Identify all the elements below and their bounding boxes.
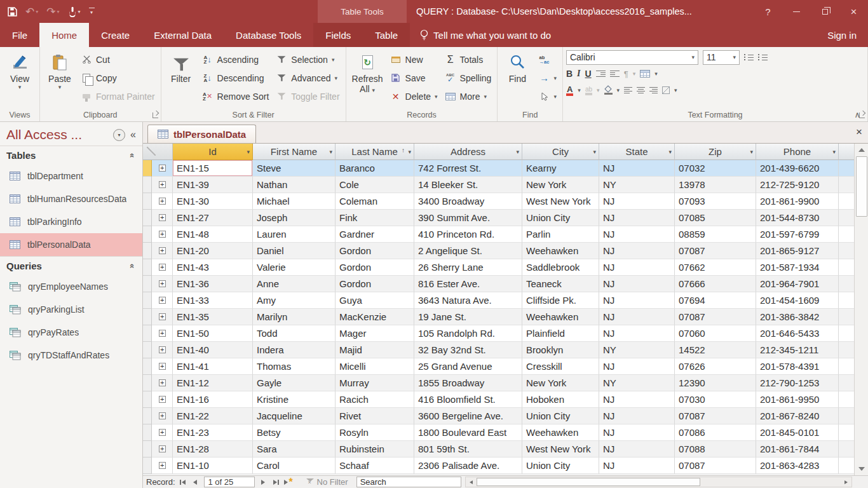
column-header-address[interactable]: Address▾ bbox=[414, 144, 522, 160]
cell-first-name[interactable]: Valerie bbox=[253, 259, 336, 276]
cell-last-name[interactable]: Gordon bbox=[336, 259, 414, 276]
cell-state[interactable]: NJ bbox=[599, 226, 675, 243]
cell-zip[interactable]: 07087 bbox=[675, 309, 756, 325]
cell-zip[interactable]: 07087 bbox=[675, 408, 756, 424]
cell-id[interactable]: EN1-15 bbox=[173, 160, 253, 177]
table-row[interactable]: EN1-27 Joseph Fink 390 Summit Ave. Union… bbox=[143, 210, 868, 226]
cell-state[interactable]: NJ bbox=[599, 210, 675, 226]
scroll-up-button[interactable] bbox=[855, 144, 868, 156]
cell-city[interactable]: Weehawken bbox=[522, 309, 599, 325]
expand-record-button[interactable] bbox=[152, 160, 173, 177]
cell-first-name[interactable]: Michael bbox=[253, 193, 336, 210]
cell-address[interactable]: 14 Bleeker St. bbox=[414, 177, 522, 193]
cell-first-name[interactable]: Sara bbox=[253, 441, 336, 458]
numbering-icon[interactable] bbox=[758, 54, 768, 61]
cell-zip[interactable]: 08859 bbox=[675, 226, 756, 243]
cell-zip[interactable]: 07626 bbox=[675, 358, 756, 375]
align-center-icon[interactable] bbox=[637, 87, 645, 93]
table-row[interactable]: EN1-33 Amy Guya 3643 Natura Ave. Cliffsi… bbox=[143, 292, 868, 309]
column-header-city[interactable]: City▾ bbox=[522, 144, 599, 160]
cell-last-name[interactable]: Micelli bbox=[336, 358, 414, 375]
cell-id[interactable]: EN1-30 bbox=[173, 193, 253, 210]
expand-record-button[interactable] bbox=[152, 325, 173, 342]
cell-id[interactable]: EN1-50 bbox=[173, 325, 253, 342]
cell-phone[interactable]: 201-861-7844 bbox=[756, 441, 839, 458]
italic-button[interactable]: I bbox=[577, 69, 580, 79]
touch-mode-button[interactable]: ▾ bbox=[68, 6, 81, 17]
paragraph-direction-icon[interactable]: ¶ bbox=[624, 69, 628, 79]
column-header-state[interactable]: State▾ bbox=[599, 144, 675, 160]
sidebar-item-table[interactable]: tblParkingInfo bbox=[0, 210, 142, 233]
cut-button[interactable]: Cut bbox=[78, 50, 158, 69]
cell-first-name[interactable]: Betsy bbox=[253, 424, 336, 441]
cell-address[interactable]: 105 Randolph Rd. bbox=[414, 325, 522, 342]
expand-record-button[interactable] bbox=[152, 177, 173, 193]
sidebar-item-query[interactable]: qryPayRates bbox=[0, 321, 142, 344]
cell-last-name[interactable]: Gordon bbox=[336, 276, 414, 292]
cell-city[interactable]: Parlin bbox=[522, 226, 599, 243]
cell-phone[interactable]: 201-861-9900 bbox=[756, 193, 839, 210]
record-selector[interactable] bbox=[143, 375, 152, 391]
help-button[interactable]: ? bbox=[754, 0, 782, 23]
cell-zip[interactable]: 07088 bbox=[675, 441, 756, 458]
cell-address[interactable]: 19 Jane St. bbox=[414, 309, 522, 325]
cell-city[interactable]: Saddlebrook bbox=[522, 259, 599, 276]
expand-record-button[interactable] bbox=[152, 358, 173, 375]
delete-record-button[interactable]: ✕ Delete▾ bbox=[388, 87, 440, 105]
cell-phone[interactable]: 201-454-1609 bbox=[756, 292, 839, 309]
cell-phone[interactable]: 201-861-9950 bbox=[756, 391, 839, 408]
column-header-id[interactable]: Id▾ bbox=[173, 144, 253, 160]
cell-last-name[interactable]: Rivet bbox=[336, 408, 414, 424]
find-button[interactable]: Find bbox=[501, 49, 534, 84]
cell-city[interactable]: New York bbox=[522, 375, 599, 391]
column-header-last-name[interactable]: Last Name↑▾ bbox=[336, 144, 414, 160]
expand-record-button[interactable] bbox=[152, 259, 173, 276]
record-selector[interactable] bbox=[143, 458, 152, 474]
section-header-queries[interactable]: Queries « bbox=[0, 256, 142, 275]
cell-phone[interactable]: 201-867-8240 bbox=[756, 408, 839, 424]
table-row[interactable]: EN1-43 Valerie Gordon 26 Sherry Lane Sad… bbox=[143, 259, 868, 276]
toggle-filter-button[interactable]: Toggle Filter bbox=[273, 87, 342, 105]
cell-first-name[interactable]: Kristine bbox=[253, 391, 336, 408]
expand-record-button[interactable] bbox=[152, 276, 173, 292]
cell-last-name[interactable]: Gardner bbox=[336, 226, 414, 243]
cell-state[interactable]: NJ bbox=[599, 243, 675, 259]
cell-first-name[interactable]: Amy bbox=[253, 292, 336, 309]
cell-zip[interactable]: 07085 bbox=[675, 210, 756, 226]
cell-state[interactable]: NY bbox=[599, 177, 675, 193]
shutter-bar-button[interactable]: « bbox=[130, 129, 137, 140]
table-row[interactable]: EN1-50 Todd Mager 105 Randolph Rd. Plain… bbox=[143, 325, 868, 342]
record-selector[interactable] bbox=[143, 358, 152, 375]
cell-phone[interactable]: 201-587-1934 bbox=[756, 259, 839, 276]
horizontal-scroll-thumb[interactable] bbox=[477, 478, 700, 486]
table-row[interactable]: EN1-48 Lauren Gardner 410 Princeton Rd. … bbox=[143, 226, 868, 243]
totals-button[interactable]: Σ Totals bbox=[442, 50, 494, 69]
cell-state[interactable]: NJ bbox=[599, 325, 675, 342]
cell-city[interactable]: Kearny bbox=[522, 160, 599, 177]
fill-color-button[interactable] bbox=[604, 86, 613, 95]
cell-address[interactable]: 26 Sherry Lane bbox=[414, 259, 522, 276]
filter-status-button[interactable]: No Filter bbox=[296, 477, 355, 487]
cell-city[interactable]: Brooklyn bbox=[522, 342, 599, 358]
sidebar-item-table[interactable]: tblHumanResourcesData bbox=[0, 187, 142, 210]
format-painter-button[interactable]: Format Painter bbox=[78, 87, 158, 105]
table-row[interactable]: EN1-28 Sara Rubinstein 801 59th St. West… bbox=[143, 441, 868, 458]
table-row[interactable]: EN1-41 Thomas Micelli 25 Grand Avenue Cr… bbox=[143, 358, 868, 375]
table-row[interactable]: EN1-36 Anne Gordon 816 Ester Ave. Teanec… bbox=[143, 276, 868, 292]
cell-state[interactable]: NJ bbox=[599, 160, 675, 177]
vertical-scroll-thumb[interactable] bbox=[856, 156, 867, 217]
cell-address[interactable]: 416 Bloomfield St. bbox=[414, 391, 522, 408]
cell-state[interactable]: NY bbox=[599, 342, 675, 358]
expand-record-button[interactable] bbox=[152, 226, 173, 243]
sidebar-item-query[interactable]: qryTDStaffAndRates bbox=[0, 344, 142, 367]
new-blank-record-button[interactable]: * bbox=[283, 477, 294, 487]
cell-first-name[interactable]: Lauren bbox=[253, 226, 336, 243]
cell-first-name[interactable]: Marilyn bbox=[253, 309, 336, 325]
tab-create[interactable]: Create bbox=[89, 23, 142, 47]
cell-state[interactable]: NJ bbox=[599, 276, 675, 292]
clipboard-dialog-launcher[interactable] bbox=[153, 112, 158, 118]
record-selector[interactable] bbox=[143, 226, 152, 243]
table-row[interactable]: EN1-39 Nathan Cole 14 Bleeker St. New Yo… bbox=[143, 177, 868, 193]
cell-city[interactable]: Hoboken bbox=[522, 391, 599, 408]
font-color-button[interactable]: A bbox=[566, 85, 573, 96]
